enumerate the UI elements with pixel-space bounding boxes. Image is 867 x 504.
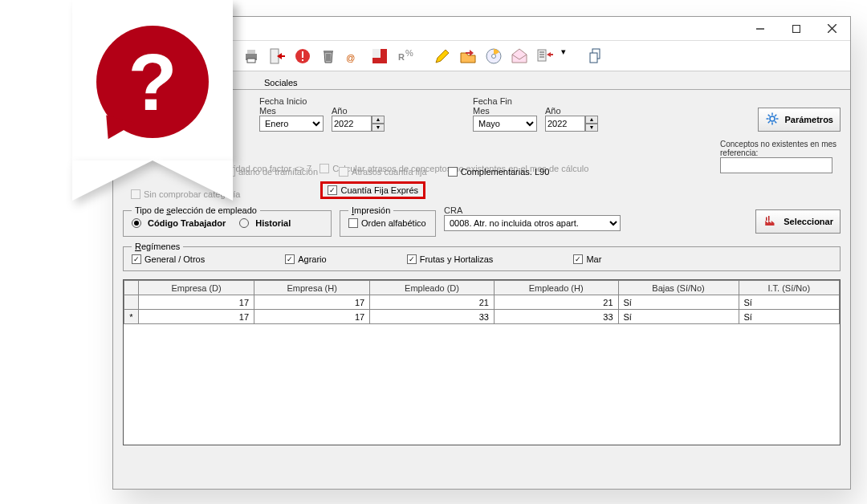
atrasos-cuantia-checkbox: Atrasos cuantía fija [339, 167, 427, 177]
svg-rect-9 [302, 51, 303, 58]
regimen-agrario-checkbox[interactable]: ✓Agrario [285, 254, 326, 264]
print-icon[interactable] [242, 47, 261, 66]
table-row[interactable]: 17 17 21 21 Sí Sí [124, 295, 840, 310]
contract-exit-icon[interactable] [267, 47, 287, 66]
mail-open-icon[interactable] [510, 47, 529, 66]
complementarias-checkbox[interactable]: Complementarias. L90 [448, 167, 550, 177]
ano-inicio-label: Año [332, 106, 385, 116]
question-ribbon-overlay: ? [72, 0, 233, 209]
impresion-fieldset: Impresión Orden alfabético [340, 205, 436, 237]
svg-line-36 [775, 115, 776, 116]
seleccionar-button[interactable]: Seleccionar [755, 209, 841, 234]
svg-rect-10 [302, 59, 303, 61]
gear-icon [765, 112, 779, 128]
alert-icon[interactable] [293, 47, 312, 66]
svg-text:%: % [405, 48, 413, 58]
svg-line-33 [768, 115, 770, 116]
svg-text:@: @ [346, 53, 355, 63]
svg-rect-6 [247, 59, 255, 63]
mes-inicio-label: Mes [259, 106, 324, 116]
regimenes-fieldset: Regímenes ✓General / Otros ✓Agrario ✓Fru… [123, 242, 841, 271]
close-button[interactable] [814, 17, 850, 41]
cuantia-fija-expres-highlight: ✓ Cuantía Fija Exprés [320, 181, 425, 199]
svg-point-21 [492, 54, 496, 58]
ano-fin-label: Año [545, 106, 598, 116]
radio-historial[interactable]: Historial [239, 218, 291, 228]
rate-icon[interactable]: R% [396, 47, 415, 66]
impresion-legend: Impresión [348, 205, 393, 215]
radio-codigo-trabajador[interactable]: Código Trabajador [132, 218, 226, 228]
table-row[interactable]: * 17 17 33 33 Sí Sí [124, 310, 840, 324]
fecha-fin-label: Fecha Fin [473, 96, 598, 106]
svg-rect-5 [247, 50, 255, 54]
cra-select[interactable]: 0008. Atr. no incluida otros apart. [444, 215, 621, 231]
parametros-button[interactable]: Parámetros [758, 108, 841, 132]
svg-rect-17 [372, 49, 381, 58]
factory-icon [763, 213, 779, 230]
svg-line-34 [775, 121, 776, 123]
orden-alfabetico-checkbox[interactable]: Orden alfabético [348, 218, 426, 228]
speech-icon[interactable]: ▾ [561, 47, 580, 66]
ano-inicio-spinner[interactable]: ▲▼ [332, 116, 385, 132]
mes-fin-select[interactable]: Mayo [473, 116, 537, 132]
cd-icon[interactable] [484, 47, 503, 66]
svg-rect-38 [768, 216, 770, 221]
mes-inicio-select[interactable]: Enero [259, 116, 324, 132]
folder-send-icon[interactable] [458, 47, 478, 66]
email-icon[interactable]: @ [344, 47, 364, 66]
svg-point-28 [770, 116, 775, 121]
mes-fin-label: Mes [473, 106, 537, 116]
regimen-general-checkbox[interactable]: ✓General / Otros [132, 254, 205, 264]
conceptos-input[interactable] [720, 157, 832, 173]
minimize-button[interactable] [742, 17, 778, 41]
data-grid[interactable]: Empresa (D) Empresa (H) Empleado (D) Emp… [123, 279, 841, 445]
doc-stack-icon[interactable] [587, 47, 606, 66]
tipo-seleccion-fieldset: Tipo de selección de empleado Código Tra… [123, 205, 332, 237]
svg-rect-22 [538, 50, 546, 61]
maximize-button[interactable] [778, 17, 814, 41]
fecha-inicio-label: Fecha Inicio [259, 96, 385, 106]
svg-rect-27 [590, 53, 597, 63]
conceptos-label: Conceptos no existentes en mes referenci… [720, 140, 841, 157]
pencil-icon[interactable] [433, 47, 452, 66]
regimenes-legend: Regímenes [132, 242, 183, 251]
svg-rect-37 [766, 217, 767, 221]
svg-text:R: R [398, 52, 405, 62]
svg-line-35 [768, 121, 770, 123]
cra-label: CRA [444, 205, 629, 215]
grid-header-row: Empresa (D) Empresa (H) Empleado (D) Emp… [124, 281, 840, 295]
list-send-icon[interactable] [535, 47, 555, 66]
svg-rect-11 [324, 51, 333, 52]
ano-fin-spinner[interactable]: ▲▼ [545, 116, 598, 132]
regimen-frutas-checkbox[interactable]: ✓Frutas y Hortalizas [407, 254, 494, 264]
salario-tramitacion-checkbox: alario de tramitación [226, 167, 318, 177]
seleccionar-label: Seleccionar [784, 217, 833, 226]
regimen-mar-checkbox[interactable]: ✓Mar [573, 254, 601, 264]
building-icon[interactable] [370, 47, 389, 66]
cuantia-fija-expres-checkbox[interactable]: ✓ Cuantía Fija Exprés [328, 185, 418, 195]
svg-rect-1 [792, 25, 800, 32]
trash-icon[interactable] [319, 47, 338, 66]
parametros-label: Parámetros [784, 115, 833, 124]
tab-sociales[interactable]: Sociales [258, 76, 304, 89]
